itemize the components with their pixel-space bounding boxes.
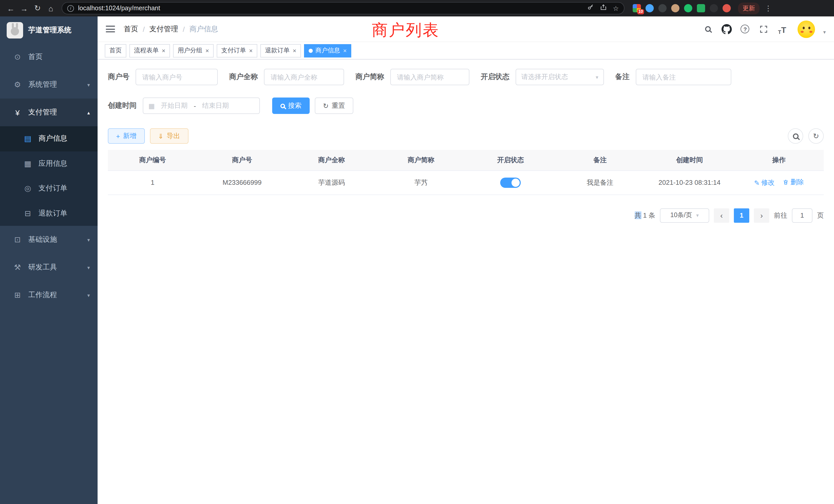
plus-icon: + <box>116 133 120 139</box>
breadcrumb-payment[interactable]: 支付管理 <box>150 24 178 33</box>
browser-menu-icon[interactable]: ⋮ <box>765 4 772 12</box>
sidebar-item-refund-order[interactable]: ⊟ 退款订单 <box>0 201 97 226</box>
monitor-icon: ⊡ <box>11 235 24 244</box>
logo-image <box>7 22 23 39</box>
tab-process-form[interactable]: 流程表单 × <box>129 44 170 57</box>
status-toggle[interactable] <box>500 177 521 188</box>
download-icon: ⇓ <box>158 133 163 139</box>
page-1-button[interactable]: 1 <box>734 208 749 223</box>
edit-icon: ✎ <box>754 179 760 187</box>
bookmark-star-icon[interactable]: ☆ <box>613 4 619 12</box>
prev-page-button[interactable]: ‹ <box>714 208 729 223</box>
close-icon[interactable]: × <box>293 47 296 54</box>
chevron-down-icon: ▾ <box>87 292 90 298</box>
extension-icon[interactable] <box>658 4 666 12</box>
short-name-input[interactable] <box>390 69 469 85</box>
edit-link[interactable]: ✎ 修改 <box>754 178 775 188</box>
tab-pay-order[interactable]: 支付订单 × <box>217 44 257 57</box>
chevron-down-icon: ▾ <box>87 237 90 243</box>
sidebar-item-merchant-info[interactable]: ▤ 商户信息 <box>0 126 97 151</box>
sidebar-item-pay-order[interactable]: ◎ 支付订单 <box>0 176 97 201</box>
forward-icon[interactable]: → <box>19 3 30 14</box>
grid-icon: ▦ <box>22 159 34 168</box>
export-button[interactable]: ⇓ 导出 <box>150 128 188 144</box>
tab-merchant-info[interactable]: 商户信息 × <box>304 44 351 57</box>
cell-actions: ✎ 修改 删除 <box>734 170 824 194</box>
reload-icon[interactable]: ↻ <box>32 3 43 14</box>
sidebar-logo[interactable]: 芋道管理系统 <box>0 18 97 43</box>
sidebar-item-label: 系统管理 <box>28 80 57 89</box>
browser-update-button[interactable]: 更新 <box>738 2 760 14</box>
refresh-table-button[interactable]: ↻ <box>808 128 824 144</box>
extension-icon[interactable]: 10 <box>633 4 641 12</box>
merchant-no-input[interactable] <box>136 69 218 85</box>
remark-input[interactable] <box>636 69 731 85</box>
refresh-icon: ↻ <box>323 102 329 109</box>
close-icon[interactable]: × <box>343 47 347 54</box>
next-page-button[interactable]: › <box>754 208 769 223</box>
trash-icon <box>783 179 789 185</box>
sidebar-item-label: 退款订单 <box>39 209 67 218</box>
sidebar-item-label: 首页 <box>28 52 43 62</box>
font-size-icon[interactable]: TT <box>776 23 788 35</box>
extension-icon[interactable] <box>697 4 705 12</box>
close-icon[interactable]: × <box>205 47 209 54</box>
help-icon[interactable]: ? <box>740 23 751 35</box>
payment-submenu: ▤ 商户信息 ▦ 应用信息 ◎ 支付订单 ⊟ 退款订单 <box>0 126 97 226</box>
reset-button[interactable]: ↻ 重置 <box>315 97 353 114</box>
pagination: 共 1 条 10条/页 ▾ ‹ 1 › 前往 页 <box>108 208 824 223</box>
sidebar-item-home[interactable]: ⊙ 首页 <box>0 43 97 71</box>
user-avatar[interactable] <box>797 20 815 38</box>
address-bar[interactable]: i localhost:1024/pay/merchant ☆ <box>62 2 624 14</box>
search-icon[interactable] <box>703 23 714 35</box>
tab-refund-order[interactable]: 退款订单 × <box>260 44 301 57</box>
share-icon[interactable] <box>600 4 607 13</box>
breadcrumb-home[interactable]: 首页 <box>124 24 138 33</box>
sidebar-toggle-icon[interactable] <box>106 26 115 32</box>
cell-full-name: 芋道源码 <box>287 170 376 194</box>
sidebar-item-workflow[interactable]: ⊞ 工作流程 ▾ <box>0 281 97 309</box>
close-icon[interactable]: × <box>162 47 166 54</box>
sidebar-item-app-info[interactable]: ▦ 应用信息 <box>0 151 97 176</box>
add-button[interactable]: + 新增 <box>108 128 145 144</box>
tab-user-group[interactable]: 用户分组 × <box>173 44 214 57</box>
hide-search-button[interactable] <box>788 128 803 144</box>
extension-icon[interactable] <box>645 4 654 12</box>
status-select[interactable]: 请选择开启状态 ▾ <box>515 69 604 85</box>
col-merchant-id: 商户编号 <box>108 150 197 170</box>
fullscreen-icon[interactable] <box>758 23 769 35</box>
home-icon[interactable]: ⌂ <box>45 3 57 14</box>
delete-link[interactable]: 删除 <box>783 178 804 187</box>
site-info-icon[interactable]: i <box>67 5 74 12</box>
extension-icon[interactable] <box>710 4 718 12</box>
sidebar-item-infrastructure[interactable]: ⊡ 基础设施 ▾ <box>0 226 97 254</box>
col-short-name: 商户简称 <box>376 150 466 170</box>
sidebar-item-dev-tools[interactable]: ⚒ 研发工具 ▾ <box>0 254 97 281</box>
extension-icon[interactable] <box>671 4 679 12</box>
sidebar-item-system[interactable]: ⚙ 系统管理 ▾ <box>0 71 97 98</box>
col-status: 开启状态 <box>466 150 555 170</box>
table-header-row: 商户编号 商户号 商户全称 商户简称 开启状态 备注 创建时间 操作 <box>108 150 824 170</box>
filter-label-full-name: 商户全称 <box>229 72 258 82</box>
avatar-caret-icon[interactable]: ▾ <box>823 29 826 38</box>
goto-page-input[interactable] <box>792 208 812 223</box>
sidebar-item-payment[interactable]: ¥ 支付管理 ▴ <box>0 98 97 126</box>
close-icon[interactable]: × <box>249 47 253 54</box>
col-actions: 操作 <box>734 150 824 170</box>
profile-avatar-icon[interactable] <box>723 4 731 12</box>
password-key-icon[interactable] <box>587 4 594 13</box>
extension-area: 10 <box>633 4 731 12</box>
create-time-range-picker[interactable]: ▦ 开始日期 - 结束日期 <box>143 97 260 114</box>
tab-home[interactable]: 首页 <box>105 44 126 57</box>
github-icon[interactable] <box>721 23 732 35</box>
browser-toolbar: ← → ↻ ⌂ i localhost:1024/pay/merchant ☆ <box>0 0 834 17</box>
back-icon[interactable]: ← <box>5 3 17 14</box>
card-icon: ▤ <box>22 134 34 143</box>
search-button[interactable]: 搜索 <box>272 97 310 114</box>
extension-icon[interactable] <box>684 4 692 12</box>
url-text[interactable]: localhost:1024/pay/merchant <box>78 5 583 12</box>
full-name-input[interactable] <box>264 69 344 85</box>
filter-row-1: 商户号 商户全称 商户简称 开启状态 请选择开启状态 <box>108 69 824 85</box>
page-size-select[interactable]: 10条/页 ▾ <box>660 208 709 223</box>
col-remark: 备注 <box>555 150 645 170</box>
